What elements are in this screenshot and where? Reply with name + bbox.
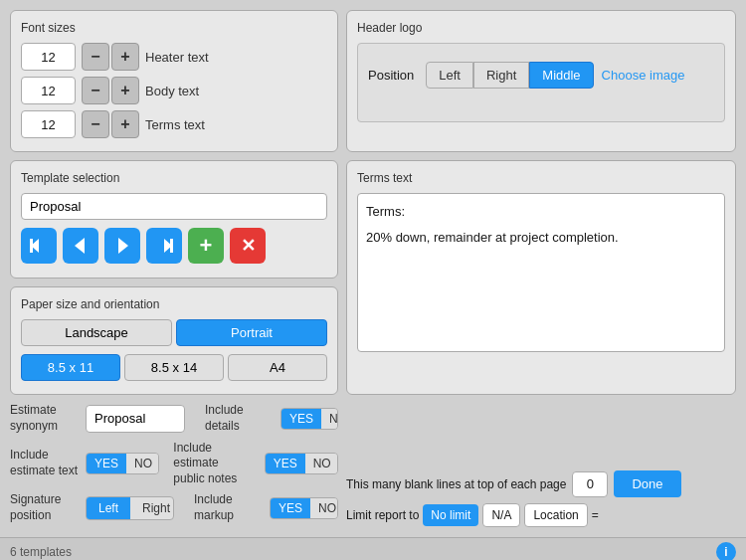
templates-count: 6 templates [10,545,363,559]
position-group: Position Left Right Middle Choose image [368,62,714,89]
signature-position-toggle: Left Right [86,496,174,520]
header-logo-panel: Header logo Position Left Right Middle C… [346,10,736,152]
limit-na-value: N/A [482,503,520,527]
body-font-value: 12 [21,77,76,104]
estimate-synonym-label: Estimatesynonym [10,403,80,434]
template-first-button[interactable] [21,228,57,264]
template-controls: + ✕ [21,228,327,264]
include-markup-yes-button[interactable]: YES [271,498,310,518]
include-markup-toggle: YES NO [270,497,338,519]
template-selection-title: Template selection [21,171,327,185]
paper-size-row: 8.5 x 11 8.5 x 14 A4 [21,354,327,381]
landscape-button[interactable]: Landscape [21,319,172,346]
size-8514-button[interactable]: 8.5 x 14 [124,354,224,381]
include-estimate-text-toggle: YES NO [86,453,159,474]
sig-left-button[interactable]: Left [87,497,130,519]
heater-font-row: 12 − + Heater text [21,43,327,71]
terms-font-label: Terms text [145,117,205,132]
heater-decrement-button[interactable]: − [82,43,109,71]
svg-rect-5 [170,239,173,253]
include-estimate-notes-label: Include estimatepublic notes [173,441,258,487]
terms-text-title: Terms text [357,171,725,185]
include-estimate-notes-toggle: YES NO [265,453,338,474]
include-details-yes-button[interactable]: YES [281,409,321,429]
position-segmented: Left Right Middle [426,62,593,89]
portrait-button[interactable]: Portrait [176,319,327,346]
include-estimate-notes-no-button[interactable]: NO [305,454,338,473]
include-details-label: Includedetails [205,403,275,434]
limit-equals: = [592,508,599,522]
done-button[interactable]: Done [614,470,680,497]
terms-decrement-button[interactable]: − [82,110,109,138]
include-details-toggle: YES NO [280,408,338,430]
terms-font-row: 12 − + Terms text [21,110,327,138]
blank-lines-value: 0 [572,471,608,497]
header-logo-title: Header logo [357,21,725,35]
include-markup-no-button[interactable]: NO [310,498,338,518]
include-estimate-text-label: Includeestimate text [10,448,80,478]
template-last-button[interactable] [146,228,182,264]
limit-location-value: Location [524,503,587,527]
bottom-left: Estimatesynonym Includedetails YES NO In… [10,403,338,527]
body-increment-button[interactable]: + [111,77,139,104]
terms-text-panel: Terms text Terms: 20% down, remainder at… [346,160,736,395]
terms-body: 20% down, remainder at project completio… [366,228,716,248]
limit-report-row: Limit report to No limit N/A Location = [346,503,736,527]
template-add-button[interactable]: + [188,228,224,264]
sig-right-button[interactable]: Right [130,497,174,519]
blank-lines-row: This many blank lines at top of each pag… [346,470,736,497]
include-estimate-text-row: Includeestimate text YES NO Include esti… [10,441,338,487]
heater-font-label: Heater text [145,50,209,65]
template-delete-button[interactable]: ✕ [230,228,266,264]
svg-rect-1 [30,239,33,253]
size-a4-button[interactable]: A4 [228,354,327,381]
template-selection-panel: Template selection + ✕ [10,160,338,278]
heater-font-value: 12 [21,43,76,71]
position-left-button[interactable]: Left [426,62,473,89]
choose-image-link[interactable]: Choose image [602,68,685,83]
paper-size-title: Paper size and orientation [21,297,327,311]
svg-marker-2 [75,238,85,254]
position-label: Position [368,68,414,83]
position-middle-button[interactable]: Middle [529,62,593,89]
signature-position-label: Signatureposition [10,492,80,523]
include-markup-label: Includemarkup [194,492,264,523]
bottom-right: This many blank lines at top of each pag… [346,403,736,527]
include-estimate-text-no-button[interactable]: NO [126,454,159,473]
terms-increment-button[interactable]: + [111,110,139,138]
limit-report-label: Limit report to [346,508,419,522]
position-right-button[interactable]: Right [473,62,529,89]
template-next-button[interactable] [104,228,140,264]
estimate-synonym-input[interactable] [86,405,185,433]
orientation-row: Landscape Portrait [21,319,327,346]
terms-text-content: Terms: 20% down, remainder at project co… [357,193,725,352]
blank-lines-label: This many blank lines at top of each pag… [346,477,566,491]
body-decrement-button[interactable]: − [82,77,109,104]
size-8511-button[interactable]: 8.5 x 11 [21,354,120,381]
signature-position-row: Signatureposition Left Right Includemark… [10,492,338,523]
estimate-synonym-row: Estimatesynonym Includedetails YES NO [10,403,338,434]
paper-size-panel: Paper size and orientation Landscape Por… [10,286,338,395]
header-logo-inner: Position Left Right Middle Choose image [357,43,725,122]
info-icon[interactable]: i [716,542,736,561]
terms-label: Terms: [366,202,716,222]
limit-no-limit-dropdown[interactable]: No limit [423,504,478,526]
font-sizes-title: Font sizes [21,21,327,35]
svg-marker-3 [118,238,128,254]
font-sizes-panel: Font sizes 12 − + Heater text 12 − + Bod… [10,10,338,152]
heater-increment-button[interactable]: + [111,43,139,71]
template-prev-button[interactable] [63,228,98,264]
bottom-section: Estimatesynonym Includedetails YES NO In… [10,403,736,527]
body-font-label: Body text [145,84,199,98]
template-input[interactable] [21,193,327,220]
body-font-row: 12 − + Body text [21,77,327,104]
include-estimate-notes-yes-button[interactable]: YES [266,454,305,473]
terms-font-value: 12 [21,110,76,138]
include-estimate-text-yes-button[interactable]: YES [87,454,126,473]
include-details-no-button[interactable]: NO [321,409,338,429]
footer: 6 templates i [0,537,746,560]
